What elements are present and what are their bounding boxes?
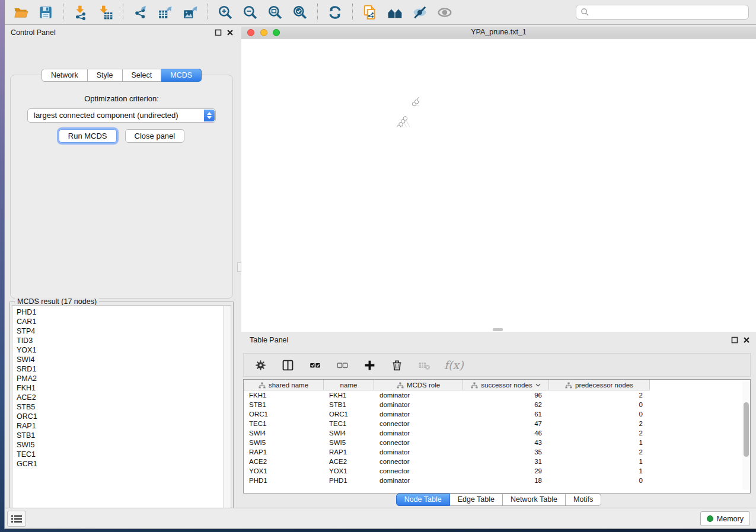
list-icon [11,515,22,523]
delete-table-button[interactable] [417,358,431,372]
show-all-button[interactable] [434,2,455,23]
table-tab-network-table[interactable]: Network Table [503,493,566,506]
tab-mcds[interactable]: MCDS [161,69,202,82]
table-options-gear-button[interactable] [253,358,267,372]
optimization-criterion-select[interactable]: largest connected component (undirected) [27,108,216,123]
table-row[interactable]: FKH1FKH1dominator962 [244,390,750,400]
table-row[interactable]: SWI5SWI5connector431 [244,438,750,447]
close-panel-icon[interactable] [743,336,750,344]
column-header-successor-nodes[interactable]: successor nodes [463,380,549,390]
close-panel-icon[interactable] [227,29,234,36]
mcds-result-scrollbar[interactable] [223,305,231,520]
mcds-result-item[interactable]: STP4 [17,326,223,336]
mcds-result-item[interactable]: STB1 [17,431,223,440]
table-row[interactable]: SWI4SWI4dominator462 [244,428,750,438]
tab-style[interactable]: Style [88,69,123,82]
first-neighbors-button[interactable] [384,2,406,23]
export-network-button[interactable] [130,2,151,23]
table-tab-edge-table[interactable]: Edge Table [450,493,503,506]
float-panel-icon[interactable] [215,29,222,36]
export-image-button[interactable] [180,2,201,23]
import-table-button[interactable] [95,2,116,23]
column-header-name[interactable]: name [324,380,374,390]
tab-network[interactable]: Network [42,69,88,82]
table-cell: 29 [463,467,549,475]
table-row[interactable]: YOX1YOX1connector291 [244,466,750,476]
toolbar-separator [317,4,318,21]
mcds-result-item[interactable]: YOX1 [17,345,223,355]
mcds-result-item[interactable]: CAR1 [17,317,223,326]
run-mcds-button[interactable]: Run MCDS [59,129,117,143]
zoom-out-button[interactable] [240,2,261,23]
network-nodes[interactable] [379,69,419,127]
import-network-button[interactable] [70,2,91,23]
open-file-button[interactable] [10,2,31,23]
close-panel-button[interactable]: Close panel [125,129,185,143]
mcds-result-group: MCDS result (17 nodes) PHD1CAR1STP4TID3Y… [9,302,234,522]
table-cell: dominator [374,401,463,408]
table-tab-motifs[interactable]: Motifs [566,493,601,506]
table-scrollbar-thumb[interactable] [744,402,749,457]
import-table-icon [98,5,113,20]
zoom-out-icon [243,5,258,20]
mcds-result-item[interactable]: ACE2 [17,393,223,402]
table-row[interactable]: RAP1RAP1dominator352 [244,447,750,457]
function-builder-button[interactable]: f(x) [444,358,464,371]
column-header-predecessor-nodes[interactable]: predecessor nodes [549,380,650,390]
search-icon [580,8,589,17]
zoom-in-button[interactable] [215,2,236,23]
table-row[interactable]: PHD1PHD1dominator180 [244,476,750,485]
table-cell: ACE2 [244,458,324,465]
table-row[interactable]: ORC1ORC1dominator610 [244,409,750,419]
table-cell: 43 [463,439,549,446]
export-table-icon [158,5,173,20]
mcds-result-item[interactable]: PHD1 [17,307,223,317]
network-hscroll-thumb[interactable] [493,328,503,331]
table-tabs: Node TableEdge TableNetwork TableMotifs [241,493,756,506]
memory-button[interactable]: Memory [700,511,750,526]
show-columns-button[interactable] [280,358,295,372]
mcds-result-item[interactable]: TEC1 [17,450,223,459]
refresh-layout-button[interactable] [324,2,346,23]
select-all-button[interactable] [308,358,322,372]
mcds-result-item[interactable]: ORC1 [17,412,223,421]
splitter-handle[interactable] [237,262,241,272]
table-row[interactable]: ACE2ACE2connector311 [244,457,750,466]
task-history-button[interactable] [7,511,26,527]
column-header-MCDS-role[interactable]: MCDS role [374,380,463,390]
tab-select[interactable]: Select [123,69,162,82]
mcds-result-item[interactable]: SWI5 [17,440,223,450]
mcds-result-item[interactable]: FKH1 [17,383,223,393]
search-input[interactable] [589,7,748,18]
deselect-all-button[interactable] [335,358,349,372]
export-table-button[interactable] [155,2,176,23]
table-cell: RAP1 [324,448,374,456]
add-column-button[interactable] [362,358,377,372]
hide-selected-button[interactable] [409,2,430,23]
table-tab-node-table[interactable]: Node Table [396,493,450,506]
table-row[interactable]: STB1STB1dominator620 [244,400,750,409]
column-header-shared-name[interactable]: shared name [244,380,324,390]
save-session-button[interactable] [35,2,56,23]
mcds-result-item[interactable]: RAP1 [17,421,223,431]
delete-column-button[interactable] [390,358,404,372]
mcds-result-item[interactable]: SRD1 [17,364,223,374]
network-graph[interactable] [241,39,419,127]
network-titlebar[interactable]: YPA_prune.txt_1 [241,27,756,39]
export-image-icon [183,5,198,20]
zoom-selected-button[interactable] [289,2,311,23]
mcds-result-item[interactable]: GCR1 [17,459,223,469]
clone-network-icon [362,5,378,20]
mcds-result-item[interactable]: TID3 [17,336,223,345]
float-panel-icon[interactable] [731,336,738,344]
import-network-icon [73,5,88,20]
fit-content-button[interactable] [264,2,286,23]
table-row[interactable]: TEC1TEC1connector472 [244,419,750,428]
table-cell: 35 [463,448,549,456]
plus-icon [363,359,376,371]
mcds-result-item[interactable]: STB5 [17,402,223,412]
mcds-result-list[interactable]: PHD1CAR1STP4TID3YOX1SWI4SRD1PMA2FKH1ACE2… [12,305,223,520]
clone-network-button[interactable] [359,2,381,23]
mcds-result-item[interactable]: SWI4 [17,355,223,364]
mcds-result-item[interactable]: PMA2 [17,374,223,383]
